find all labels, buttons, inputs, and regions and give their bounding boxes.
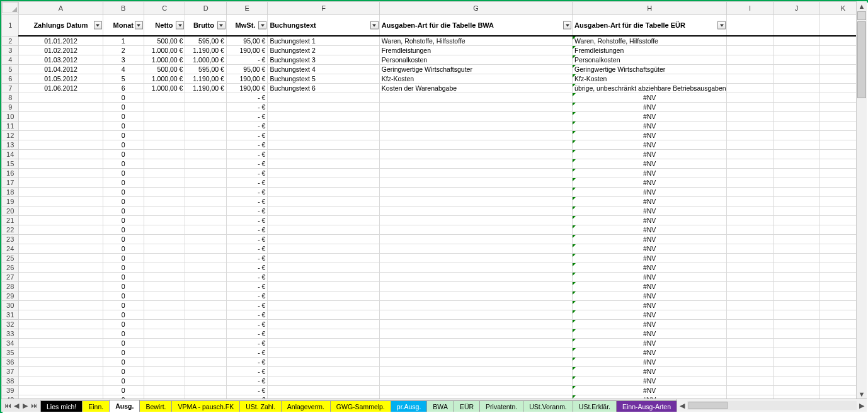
cell-I26[interactable] — [727, 263, 774, 273]
cell-D9[interactable] — [185, 103, 226, 112]
cell-E32[interactable]: - € — [226, 320, 267, 329]
cell-C13[interactable] — [144, 140, 185, 150]
row-header[interactable]: 16 — [2, 169, 19, 178]
cell-D28[interactable] — [185, 282, 226, 291]
cell-A12[interactable] — [19, 131, 103, 140]
sheet-tab[interactable]: Einn. — [82, 400, 110, 412]
row-header[interactable]: 30 — [2, 301, 19, 310]
cell-C23[interactable] — [144, 235, 185, 244]
cell-F2[interactable]: Buchungstext 1 — [268, 36, 379, 46]
field-header-F[interactable]: Buchungstext — [268, 15, 379, 37]
cell-D36[interactable] — [185, 358, 226, 367]
cell-J34[interactable] — [774, 339, 820, 348]
sheet-tab[interactable]: Einn-Ausg-Arten — [616, 400, 677, 412]
filter-dropdown-icon[interactable] — [217, 21, 226, 30]
cell-I37[interactable] — [727, 367, 774, 376]
cell-F25[interactable] — [268, 254, 379, 263]
field-header-H[interactable]: Ausgaben-Art für die Tabelle EÜR — [573, 15, 727, 37]
cell-F20[interactable] — [268, 206, 379, 216]
cell-D8[interactable] — [185, 93, 226, 103]
cell-D23[interactable] — [185, 235, 226, 244]
cell-B38[interactable]: 0 — [103, 376, 144, 386]
row-header[interactable]: 18 — [2, 188, 19, 197]
select-all-corner[interactable] — [2, 2, 19, 15]
spreadsheet-grid[interactable]: ABCDEFGHIJK1Zahlungs DatumMonatNettoBrut… — [1, 1, 867, 399]
cell-D15[interactable] — [185, 159, 226, 169]
cell-J11[interactable] — [774, 122, 820, 131]
cell-G25[interactable] — [379, 254, 572, 263]
cell-I25[interactable] — [727, 254, 774, 263]
cell-E26[interactable]: - € — [226, 263, 267, 273]
cell-A22[interactable] — [19, 225, 103, 235]
cell-H25[interactable]: #NV — [573, 254, 727, 263]
cell-C26[interactable] — [144, 263, 185, 273]
cell-H11[interactable]: #NV — [573, 122, 727, 131]
cell-A35[interactable] — [19, 348, 103, 358]
cell-G11[interactable] — [379, 122, 572, 131]
cell-B37[interactable]: 0 — [103, 367, 144, 376]
cell-G24[interactable] — [379, 244, 572, 254]
sheet-tab[interactable]: Anlageverm. — [281, 400, 331, 412]
cell-A28[interactable] — [19, 282, 103, 291]
cell-H6[interactable]: Kfz-Kosten — [573, 74, 727, 84]
cell-F14[interactable] — [268, 150, 379, 159]
hscroll-track[interactable] — [687, 401, 857, 410]
cell-I30[interactable] — [727, 301, 774, 310]
cell-F22[interactable] — [268, 225, 379, 235]
cell-H9[interactable]: #NV — [573, 103, 727, 112]
cell-A38[interactable] — [19, 376, 103, 386]
cell-B35[interactable]: 0 — [103, 348, 144, 358]
cell-B6[interactable]: 5 — [103, 74, 144, 84]
cell-D26[interactable] — [185, 263, 226, 273]
cell-F30[interactable] — [268, 301, 379, 310]
cell-C32[interactable] — [144, 320, 185, 329]
cell-F18[interactable] — [268, 188, 379, 197]
sheet-tab[interactable]: USt.Voranm. — [523, 400, 573, 412]
cell-D10[interactable] — [185, 112, 226, 122]
row-header[interactable]: 17 — [2, 178, 19, 188]
cell-J24[interactable] — [774, 244, 820, 254]
cell-E37[interactable]: - € — [226, 367, 267, 376]
cell-E31[interactable]: - € — [226, 310, 267, 320]
cell-A18[interactable] — [19, 188, 103, 197]
cell-I14[interactable] — [727, 150, 774, 159]
column-header-D[interactable]: D — [185, 2, 226, 15]
cell-H4[interactable]: Personalkosten — [573, 55, 727, 65]
cell-G4[interactable]: Personalkosten — [379, 55, 572, 65]
cell-B12[interactable]: 0 — [103, 131, 144, 140]
cell-C11[interactable] — [144, 122, 185, 131]
cell-F10[interactable] — [268, 112, 379, 122]
filter-dropdown-icon[interactable] — [258, 21, 266, 30]
cell-I10[interactable] — [727, 112, 774, 122]
row-header[interactable]: 35 — [2, 348, 19, 358]
cell-G16[interactable] — [379, 169, 572, 178]
cell-C37[interactable] — [144, 367, 185, 376]
cell-A29[interactable] — [19, 291, 103, 301]
cell-D7[interactable]: 1.190,00 € — [185, 84, 226, 93]
cell-C39[interactable] — [144, 386, 185, 395]
row-header[interactable]: 12 — [2, 131, 19, 140]
cell-I34[interactable] — [727, 339, 774, 348]
cell-G19[interactable] — [379, 197, 572, 206]
row-header[interactable]: 25 — [2, 254, 19, 263]
cell-G3[interactable]: Fremdleistungen — [379, 46, 572, 55]
cell-G2[interactable]: Waren, Rohstoffe, Hilfsstoffe — [379, 36, 572, 46]
cell-A10[interactable] — [19, 112, 103, 122]
filter-dropdown-icon[interactable] — [94, 21, 102, 30]
vscroll-thumb[interactable] — [857, 21, 866, 98]
cell-C16[interactable] — [144, 169, 185, 178]
cell-C28[interactable] — [144, 282, 185, 291]
cell-D27[interactable] — [185, 273, 226, 282]
tab-nav-next-icon[interactable]: ▶ — [21, 402, 29, 410]
cell-E7[interactable]: 190,00 € — [226, 84, 267, 93]
cell-G7[interactable]: Kosten der Warenabgabe — [379, 84, 572, 93]
cell-J35[interactable] — [774, 348, 820, 358]
cell-C17[interactable] — [144, 178, 185, 188]
cell-H39[interactable]: #NV — [573, 386, 727, 395]
cell-H24[interactable]: #NV — [573, 244, 727, 254]
cell-A25[interactable] — [19, 254, 103, 263]
cell-A9[interactable] — [19, 103, 103, 112]
cell-F35[interactable] — [268, 348, 379, 358]
cell-A34[interactable] — [19, 339, 103, 348]
filter-dropdown-icon[interactable] — [135, 21, 143, 30]
